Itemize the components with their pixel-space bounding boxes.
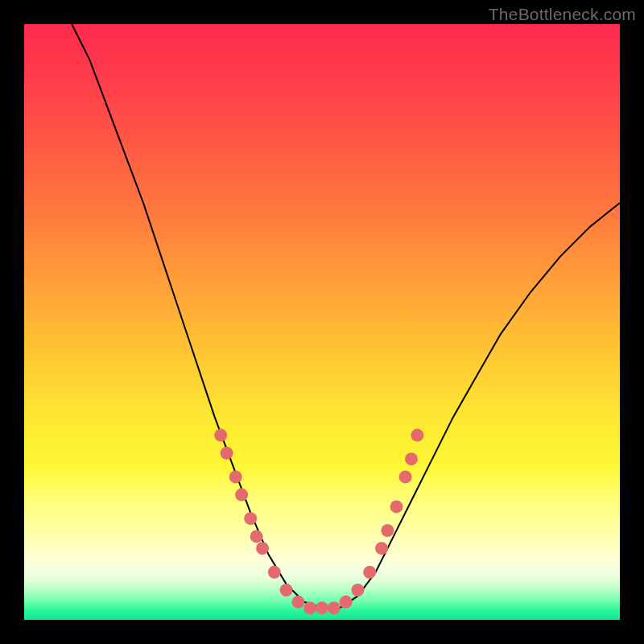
curve-marker — [250, 530, 263, 543]
curve-marker — [268, 566, 281, 579]
curve-marker — [411, 429, 423, 442]
curve-marker — [235, 489, 248, 502]
curve-marker — [390, 500, 403, 513]
curve-marker — [351, 584, 364, 597]
curve-marker — [229, 470, 242, 483]
plot-area — [24, 24, 620, 620]
marker-group — [214, 429, 423, 615]
curve-marker — [303, 601, 316, 614]
curve-marker — [280, 584, 293, 597]
curve-group — [72, 24, 620, 608]
chart-frame: TheBottleneck.com — [0, 0, 644, 644]
curve-marker — [256, 542, 269, 555]
curve-marker — [405, 452, 418, 465]
curve-marker — [328, 601, 341, 614]
watermark-text: TheBottleneck.com — [489, 5, 636, 24]
curve-marker — [381, 524, 394, 537]
curve-marker — [214, 429, 227, 442]
curve-marker — [316, 601, 328, 614]
curve-marker — [340, 596, 353, 609]
curve-marker — [221, 447, 233, 460]
curve-marker — [244, 512, 257, 525]
curve-marker — [363, 566, 376, 579]
bottleneck-curve-path — [72, 24, 620, 608]
curve-marker — [399, 470, 412, 483]
bottleneck-curve-svg — [24, 24, 620, 620]
curve-marker — [291, 596, 304, 609]
curve-marker — [375, 542, 388, 555]
